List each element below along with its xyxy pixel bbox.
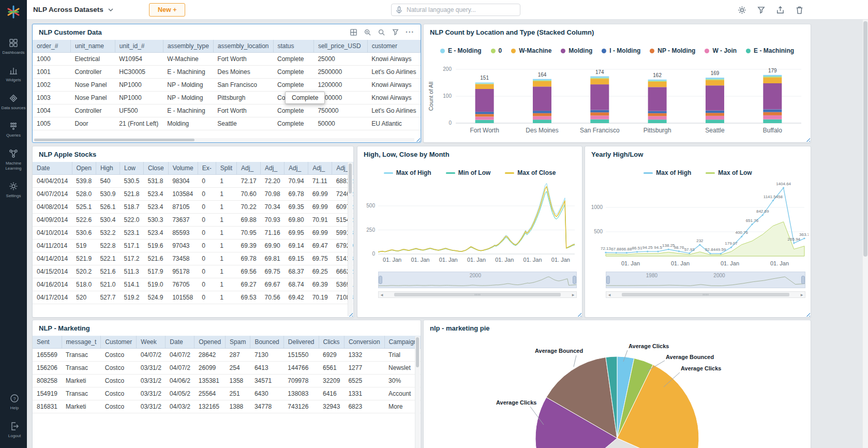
resize-handle[interactable] xyxy=(576,311,581,317)
stacked-column-chart[interactable]: 0100200Count of AllFort Worth151Des Moin… xyxy=(426,61,809,141)
high-low-close-chart[interactable]: 025050001. Jan01. Jan01. Jan01. Jan01. J… xyxy=(361,182,579,264)
legend-item[interactable]: Max of High xyxy=(643,169,691,176)
table-row[interactable]: 04/15/2014520.2521.6511.3517.9951780169.… xyxy=(33,265,353,278)
column-header[interactable]: Adj_ xyxy=(261,162,285,175)
legend-item[interactable]: E - Molding xyxy=(440,47,482,54)
column-header[interactable]: Week xyxy=(137,336,166,349)
legend-item[interactable]: E - Machining xyxy=(746,47,794,54)
table-row[interactable]: 1004ControllerUF500E - MachiningFort Wor… xyxy=(33,104,421,117)
navigator-handle-right[interactable] xyxy=(573,276,576,284)
microphone-icon[interactable] xyxy=(396,6,402,14)
page-scrollbar-thumb[interactable] xyxy=(863,21,867,257)
column-header[interactable]: sell_price_USD xyxy=(313,40,367,53)
legend-item[interactable]: W - Join xyxy=(705,47,737,54)
sidebar-item-widgets[interactable]: Widgets xyxy=(0,61,28,88)
column-header[interactable]: assembly_type xyxy=(163,40,213,53)
drilldown-icon[interactable] xyxy=(392,28,399,36)
column-header[interactable]: unit_id_# xyxy=(115,40,163,53)
legend-item[interactable]: Molding xyxy=(561,47,592,54)
share-icon[interactable] xyxy=(776,6,785,14)
scroll-right-icon[interactable]: ▶ xyxy=(799,293,805,296)
sidebar-item-help[interactable]: ? Help xyxy=(0,389,29,416)
scroll-left-icon[interactable]: ◀ xyxy=(606,293,612,296)
column-header[interactable]: Open xyxy=(72,162,96,175)
column-header[interactable]: High xyxy=(96,162,119,175)
yearly-high-low-chart[interactable]: 500100072.1367.8866.8886.5194.2594.5138.… xyxy=(587,180,809,272)
column-header[interactable]: status xyxy=(273,40,313,53)
table-row[interactable]: 04/07/2014528.0530.9521.8523.41035840170… xyxy=(33,188,353,201)
column-header[interactable]: Close xyxy=(143,162,168,175)
settings-gear-icon[interactable] xyxy=(738,6,746,14)
navigator-handle-left[interactable] xyxy=(379,276,382,284)
sidebar-item-settings[interactable]: Settings xyxy=(0,176,28,204)
legend-item[interactable]: NP - Molding xyxy=(650,47,695,54)
legend-item[interactable]: Max of Close xyxy=(505,169,556,176)
scroll-right-icon[interactable]: ▶ xyxy=(570,293,576,296)
page-scrollbar[interactable] xyxy=(862,20,868,448)
column-header[interactable]: Sent xyxy=(33,336,62,349)
column-header[interactable]: message_t xyxy=(62,336,101,349)
trash-icon[interactable] xyxy=(795,6,804,14)
column-header[interactable]: Spam xyxy=(226,336,250,349)
table-row[interactable]: 04/17/2014520527.7519.2524.91015580169.5… xyxy=(33,291,353,304)
vertical-scrollbar[interactable] xyxy=(415,336,420,448)
legend-item[interactable]: Min of Low xyxy=(446,169,491,176)
column-header[interactable]: order_# xyxy=(33,40,70,53)
marketing-pie-chart[interactable]: Average ClicksAverage BouncedAverage Cli… xyxy=(424,336,810,448)
column-header[interactable]: Bounced xyxy=(250,336,283,349)
dashboard-selector[interactable]: NLP Across Datasets xyxy=(33,6,137,13)
horizontal-scrollbar[interactable] xyxy=(33,138,414,142)
column-header[interactable]: Customer xyxy=(101,336,137,349)
sidebar-item-dashboards[interactable]: Dashboards xyxy=(0,33,28,61)
column-header[interactable]: Volume xyxy=(168,162,198,175)
column-header[interactable]: Date xyxy=(166,336,194,349)
column-header[interactable]: Clicks xyxy=(319,336,344,349)
table-row[interactable]: 1000ElectricalW10954W-MachineFort WorthC… xyxy=(33,53,421,66)
table-row[interactable]: 04/10/2014530.6532.2523.1523.4855930170.… xyxy=(33,227,353,240)
chart-scrollbar[interactable]: ◀ ▶ xyxy=(606,291,805,298)
legend-item[interactable]: 0 xyxy=(491,47,502,54)
column-header[interactable]: Ex- xyxy=(198,162,216,175)
table-row[interactable]: 165569TransacCostco04/07/204/07/22864228… xyxy=(33,349,421,362)
column-header[interactable]: assembly_location xyxy=(213,40,273,53)
table-row[interactable]: 04/09/2014522.6530.4522.0530.3736370169.… xyxy=(33,214,353,227)
legend-item[interactable]: I - Molding xyxy=(602,47,640,54)
new-button[interactable]: New + xyxy=(149,3,185,17)
zoom-in-icon[interactable] xyxy=(364,28,371,36)
sidebar-item-queries[interactable]: Queries xyxy=(0,116,28,143)
column-header[interactable]: customer xyxy=(367,40,420,53)
table-row[interactable]: 156206TransacCostco03/31/204/07/22609925… xyxy=(33,362,421,375)
table-row[interactable]: 04/04/2014539.8540530.5531.8983040172.17… xyxy=(33,175,353,188)
search-icon[interactable] xyxy=(378,28,385,36)
table-row[interactable]: 04/14/2014521.9522.1517.2521.6734580169.… xyxy=(33,252,353,265)
table-row[interactable]: 154919TransacCostco03/31/204/05/22556425… xyxy=(33,387,421,400)
table-row[interactable]: 808258MarketiCostco03/31/204/06/21353811… xyxy=(33,375,421,387)
scroll-left-icon[interactable]: ◀ xyxy=(379,293,385,296)
sidebar-item-data-sources[interactable]: Data sources xyxy=(0,88,28,116)
navigator-handle-left[interactable] xyxy=(606,276,610,284)
chart-range-navigator[interactable]: 19802000 xyxy=(606,272,805,288)
chart-range-navigator[interactable]: 2000 xyxy=(378,272,577,288)
legend-item[interactable]: Max of High xyxy=(384,169,431,176)
column-header[interactable]: Date xyxy=(33,162,72,175)
export-excel-icon[interactable] xyxy=(350,28,357,36)
column-header[interactable]: Delivered xyxy=(283,336,319,349)
legend-item[interactable]: Max of Low xyxy=(706,169,752,176)
column-header[interactable]: Opened xyxy=(194,336,226,349)
column-header[interactable]: Split xyxy=(216,162,236,175)
knowi-logo-icon[interactable] xyxy=(6,4,21,20)
sidebar-item-logout[interactable]: Logout xyxy=(0,416,29,444)
table-row[interactable]: 816831MarketiCostco03/31/204/03/21321651… xyxy=(33,400,421,413)
column-header[interactable]: unit_name xyxy=(70,40,115,53)
table-row[interactable]: 04/16/2014518.0521.0514.1519.0767050169.… xyxy=(33,278,353,291)
nl-query-input[interactable] xyxy=(406,6,516,14)
filter-icon[interactable] xyxy=(757,6,766,14)
navigator-handle-right[interactable] xyxy=(801,276,805,284)
column-header[interactable]: Adj_ xyxy=(285,162,308,175)
legend-item[interactable]: W-Machine xyxy=(511,47,551,54)
resize-handle[interactable] xyxy=(805,311,810,317)
column-header[interactable]: Conversion xyxy=(344,336,384,349)
scrollbar-thumb[interactable] xyxy=(622,293,789,296)
table-row[interactable]: 04/08/2014525.1526.1518.7523.4871050170.… xyxy=(33,201,353,214)
vertical-scrollbar[interactable] xyxy=(348,162,353,316)
